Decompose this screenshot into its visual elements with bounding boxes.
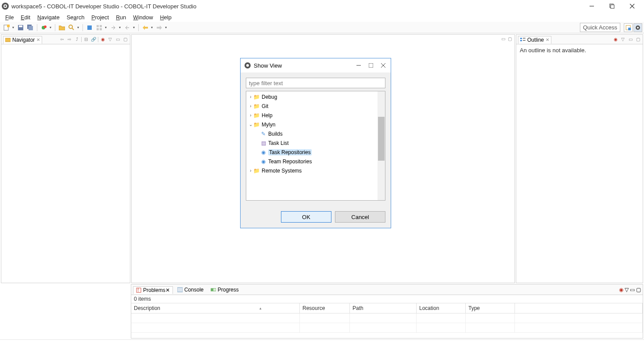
expand-icon[interactable]: › — [248, 104, 253, 108]
scrollbar-thumb[interactable] — [378, 117, 385, 161]
svg-point-37 — [246, 64, 249, 67]
scrollbar[interactable] — [378, 91, 385, 200]
svg-rect-39 — [369, 63, 373, 68]
folder-icon: 📁 — [253, 112, 260, 119]
dialog-title: Show View — [254, 62, 282, 69]
cancel-button[interactable]: Cancel — [335, 211, 385, 223]
dialog-titlebar[interactable]: Show View — [241, 58, 391, 72]
tree-item-help[interactable]: ›📁Help — [246, 111, 385, 120]
folder-icon: 📁 — [253, 103, 260, 109]
builds-icon: ✎ — [260, 131, 266, 137]
view-tree[interactable]: ›📁Debug ›📁Git ›📁Help ⌄📁Mylyn ✎Builds ▤Ta… — [246, 91, 385, 201]
collapse-icon[interactable]: ⌄ — [248, 122, 253, 127]
folder-icon: 📁 — [253, 168, 260, 174]
tree-item-task-repositories[interactable]: ◉Task Repositories — [246, 148, 385, 157]
tree-item-team-repositories[interactable]: ◉Team Repositories — [246, 157, 385, 166]
tree-item-task-list[interactable]: ▤Task List — [246, 138, 385, 148]
team-repositories-icon: ◉ — [260, 158, 266, 165]
expand-icon[interactable]: › — [248, 94, 253, 99]
close-button[interactable] — [381, 63, 385, 68]
tree-item-git[interactable]: ›📁Git — [246, 101, 385, 111]
ok-button[interactable]: OK — [281, 211, 331, 223]
tree-item-builds[interactable]: ✎Builds — [246, 129, 385, 138]
maximize-button[interactable] — [369, 63, 373, 68]
task-repositories-icon: ◉ — [260, 149, 266, 155]
task-list-icon: ▤ — [260, 140, 266, 146]
folder-icon: 📁 — [253, 122, 260, 128]
filter-input[interactable] — [246, 78, 385, 88]
tree-item-remote-systems[interactable]: ›📁Remote Systems — [246, 166, 385, 175]
expand-icon[interactable]: › — [248, 113, 253, 118]
expand-icon[interactable]: › — [248, 168, 253, 173]
tree-item-debug[interactable]: ›📁Debug — [246, 92, 385, 101]
app-icon — [244, 62, 251, 69]
minimize-button[interactable] — [356, 63, 361, 68]
tree-item-mylyn[interactable]: ⌄📁Mylyn — [246, 120, 385, 129]
folder-icon: 📁 — [253, 94, 260, 100]
show-view-dialog: Show View ›📁Debug ›📁Git ›📁Help ⌄📁Mylyn ✎… — [240, 58, 391, 228]
